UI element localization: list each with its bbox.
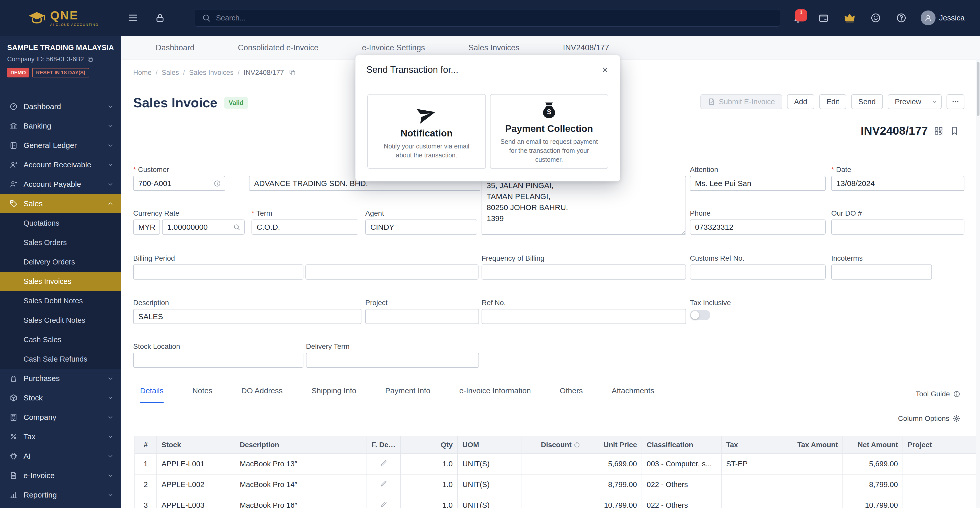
global-search[interactable] xyxy=(195,9,780,27)
edit-description-icon[interactable] xyxy=(380,480,388,487)
attention-input[interactable] xyxy=(690,176,825,190)
feedback-button[interactable] xyxy=(870,12,882,24)
customer-code-input[interactable] xyxy=(134,176,213,190)
column-header-description[interactable]: Description xyxy=(235,436,367,454)
sidebar-item-e-invoice[interactable]: e-Invoice xyxy=(0,466,121,485)
scrollbar-thumb[interactable] xyxy=(977,62,980,116)
description-input[interactable] xyxy=(134,310,361,324)
column-header-num[interactable]: # xyxy=(135,436,157,454)
notifications-button[interactable]: 1 xyxy=(792,12,804,24)
phone-input[interactable] xyxy=(690,220,825,234)
more-actions-button[interactable] xyxy=(947,94,964,109)
nav-tab-sales-invoices[interactable]: Sales Invoices xyxy=(468,43,519,52)
sidebar-item-stock[interactable]: Stock xyxy=(0,388,121,408)
tab-attachments[interactable]: Attachments xyxy=(612,386,654,403)
preview-button[interactable]: Preview xyxy=(888,94,928,109)
sidebar-item-company[interactable]: Company xyxy=(0,408,121,427)
sidebar-subitem-delivery-orders[interactable]: Delivery Orders xyxy=(0,252,121,271)
table-row[interactable]: 3APPLE-L003MacBook Pro 16″1.0UNIT(S)10,7… xyxy=(135,495,977,508)
breadcrumb-item[interactable]: INV2408/177 xyxy=(243,69,284,77)
term-input[interactable] xyxy=(252,220,358,234)
copy-document-number-icon[interactable] xyxy=(289,69,296,76)
sidebar-item-general-ledger[interactable]: General Ledger xyxy=(0,136,121,155)
sidebar-subitem-quotations[interactable]: Quotations xyxy=(0,213,121,233)
sidebar-item-dashboard[interactable]: Dashboard xyxy=(0,97,121,116)
column-header-discount[interactable]: Discount xyxy=(521,436,585,454)
tax-inclusive-toggle[interactable] xyxy=(690,310,710,320)
preview-dropdown-button[interactable] xyxy=(928,94,942,109)
tab-others[interactable]: Others xyxy=(560,386,583,403)
customer-info-icon[interactable] xyxy=(213,179,221,187)
breadcrumb-item[interactable]: Sales xyxy=(162,69,179,77)
lock-button[interactable] xyxy=(154,12,166,24)
edit-description-icon[interactable] xyxy=(380,501,388,508)
sidebar-toggle-button[interactable] xyxy=(127,12,139,24)
sidebar-subitem-sales-orders[interactable]: Sales Orders xyxy=(0,233,121,252)
sidebar-item-reporting[interactable]: Reporting xyxy=(0,485,121,505)
submit-einvoice-button[interactable]: Submit E-Invoice xyxy=(700,94,782,109)
help-button[interactable] xyxy=(895,12,907,24)
sidebar-item-account-payable[interactable]: Account Payable xyxy=(0,175,121,194)
breadcrumb-item[interactable]: Home xyxy=(133,69,151,77)
address-textarea[interactable]: 35, JALAN PINGAI, TAMAN PELANGI, 80250 J… xyxy=(482,176,686,235)
customs-ref-input[interactable] xyxy=(690,265,825,279)
send-button[interactable]: Send xyxy=(851,94,883,109)
sidebar-item-banking[interactable]: Banking xyxy=(0,116,121,136)
currency-select[interactable]: MYR xyxy=(134,223,160,232)
table-row[interactable]: 1APPLE-L001MacBook Pro 13″1.0UNIT(S)5,69… xyxy=(135,454,977,474)
date-input[interactable] xyxy=(832,176,964,190)
tab-e-invoice-information[interactable]: e-Invoice Information xyxy=(459,386,531,403)
frequency-of-billing-input[interactable] xyxy=(482,265,686,279)
breadcrumb-item[interactable]: Sales Invoices xyxy=(189,69,234,77)
column-header-project[interactable]: Project xyxy=(903,436,977,454)
stock-location-input[interactable] xyxy=(134,353,303,367)
column-header-tax_amount[interactable]: Tax Amount xyxy=(784,436,843,454)
column-header-uom[interactable]: UOM xyxy=(458,436,521,454)
sidebar-item-ai[interactable]: AI xyxy=(0,446,121,466)
column-header-tax[interactable]: Tax xyxy=(721,436,784,454)
column-options-button[interactable]: Column Options xyxy=(898,414,961,423)
modal-close-button[interactable] xyxy=(599,64,611,76)
rate-lookup-icon[interactable] xyxy=(233,223,240,231)
bookmark-icon[interactable] xyxy=(949,126,959,136)
tab-notes[interactable]: Notes xyxy=(192,386,212,403)
add-button[interactable]: Add xyxy=(787,94,815,109)
column-header-stock[interactable]: Stock xyxy=(157,436,235,454)
edit-description-icon[interactable] xyxy=(380,459,388,467)
ref-no-input[interactable] xyxy=(482,310,686,324)
sidebar-subitem-sales-debit-notes[interactable]: Sales Debit Notes xyxy=(0,291,121,311)
tab-shipping-info[interactable]: Shipping Info xyxy=(312,386,356,403)
vertical-scrollbar[interactable] xyxy=(976,60,980,508)
sidebar-item-sales[interactable]: Sales xyxy=(0,194,121,213)
qr-code-icon[interactable] xyxy=(934,126,944,136)
billing-period-start-input[interactable] xyxy=(134,265,303,279)
sidebar-subitem-sales-invoices[interactable]: Sales Invoices xyxy=(0,271,121,291)
column-header-qty[interactable]: Qty xyxy=(401,436,458,454)
delivery-term-input[interactable] xyxy=(307,353,479,367)
notification-card[interactable]: Notification Notify your customer via em… xyxy=(367,94,486,169)
nav-tab-inv2408-177[interactable]: INV2408/177 xyxy=(563,43,609,52)
project-input[interactable] xyxy=(366,310,479,324)
tab-payment-info[interactable]: Payment Info xyxy=(385,386,430,403)
copy-company-id-icon[interactable] xyxy=(87,56,94,63)
sidebar-subitem-sales-credit-notes[interactable]: Sales Credit Notes xyxy=(0,311,121,330)
sidebar-item-tax[interactable]: Tax xyxy=(0,427,121,446)
payment-collection-card[interactable]: $ Payment Collection Send an email to re… xyxy=(490,94,609,169)
user-menu[interactable]: Jessica xyxy=(921,11,965,25)
currency-rate-input[interactable] xyxy=(162,220,233,234)
tab-do-address[interactable]: DO Address xyxy=(241,386,283,403)
incoterms-input[interactable] xyxy=(832,265,931,279)
column-header-classification[interactable]: Classification xyxy=(642,436,721,454)
column-header-unit_price[interactable]: Unit Price xyxy=(585,436,642,454)
column-header-fdesc[interactable]: F. Desc xyxy=(367,436,401,454)
column-header-net_amount[interactable]: Net Amount xyxy=(843,436,903,454)
sidebar-item-account-receivable[interactable]: Account Receivable xyxy=(0,155,121,175)
agent-input[interactable] xyxy=(366,220,477,234)
nav-tab-e-invoice-settings[interactable]: e-Invoice Settings xyxy=(362,43,425,52)
premium-button[interactable] xyxy=(843,11,856,25)
table-row[interactable]: 2APPLE-L002MacBook Pro 14″1.0UNIT(S)8,79… xyxy=(135,474,977,495)
sidebar-subitem-cash-sale-refunds[interactable]: Cash Sale Refunds xyxy=(0,349,121,369)
qne-logo[interactable]: QNE AI CLOUD ACCOUNTING xyxy=(0,9,121,27)
nav-tab-dashboard[interactable]: Dashboard xyxy=(156,43,194,52)
edit-button[interactable]: Edit xyxy=(819,94,846,109)
